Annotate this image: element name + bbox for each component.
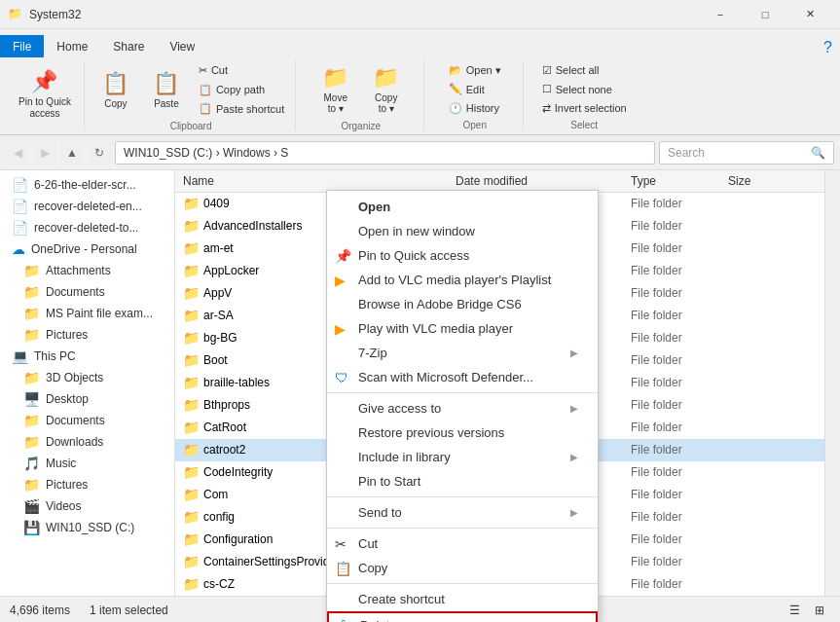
copy-to-button[interactable]: 📁 Copyto ▾ [363, 60, 410, 119]
history-button[interactable]: 🕐 History [444, 99, 506, 118]
sidebar-item-attachments[interactable]: 📁 Attachments [0, 260, 174, 281]
col-header-size[interactable]: Size [720, 174, 798, 188]
ctx-cut[interactable]: ✂ Cut [327, 531, 598, 556]
onedrive-label: OneDrive - Personal [31, 242, 137, 256]
ctx-7zip-arrow: ▶ [570, 348, 578, 358]
copy-button[interactable]: 📋 Copy [92, 60, 139, 119]
ctx-vlc-playlist[interactable]: ▶ Add to VLC media player's Playlist [327, 268, 598, 292]
ctx-separator-1 [327, 392, 598, 393]
help-icon[interactable]: ? [823, 39, 832, 56]
sidebar-item-recent-3[interactable]: 📄 recover-deleted-to... [0, 217, 174, 238]
videos-label: Videos [46, 499, 81, 513]
ctx-restore-versions[interactable]: Restore previous versions [327, 421, 598, 445]
history-label: History [466, 102, 499, 114]
folder-icon-documents: 📁 [23, 284, 40, 300]
ctx-delete-label: Delete [360, 618, 397, 622]
ctx-pin-start-label: Pin to Start [358, 474, 420, 489]
sidebar-item-drive[interactable]: 💾 WIN10_SSD (C:) [0, 517, 174, 538]
tab-view[interactable]: View [157, 35, 207, 57]
ctx-pin-start[interactable]: Pin to Start [327, 469, 598, 494]
sidebar-item-mspaint[interactable]: 📁 MS Paint file exam... [0, 303, 174, 324]
ribbon-group-clipboard: 📋 Copy 📋 Paste ✂ Cut 📋 Copy path [87, 60, 296, 130]
search-bar[interactable]: Search 🔍 [659, 141, 834, 165]
move-to-button[interactable]: 📁 Moveto ▾ [312, 60, 359, 119]
address-bar[interactable]: WIN10_SSD (C:) › Windows › S [115, 141, 655, 165]
sidebar-onedrive[interactable]: ☁ OneDrive - Personal [0, 238, 174, 260]
ctx-send-to-label: Send to [358, 505, 402, 520]
sidebar-item-documents2[interactable]: 📁 Documents [0, 410, 174, 431]
ctx-delete[interactable]: 🗑 Delete [327, 611, 598, 622]
tab-home[interactable]: Home [44, 35, 100, 57]
details-view-button[interactable]: ☰ [784, 600, 805, 621]
large-icon-view-button[interactable]: ⊞ [809, 600, 830, 621]
ctx-pin-quick-access[interactable]: 📌 Pin to Quick access [327, 243, 598, 268]
tab-share[interactable]: Share [100, 35, 157, 57]
up-button[interactable]: ▲ [60, 141, 84, 165]
sidebar-item-desktop[interactable]: 🖥️ Desktop [0, 388, 174, 410]
ctx-give-access-label: Give access to [358, 401, 441, 416]
scrollbar[interactable] [824, 170, 840, 596]
ribbon-group-pin: 📌 Pin to Quickaccess [6, 60, 85, 130]
ctx-7zip[interactable]: 7-Zip ▶ [327, 341, 598, 365]
close-button[interactable]: ✕ [787, 0, 832, 29]
document-icon-3: 📄 [12, 220, 28, 236]
sidebar-item-pictures[interactable]: 📁 Pictures [0, 324, 174, 346]
back-button[interactable]: ◀ [6, 141, 29, 165]
sidebar-item-recent-2[interactable]: 📄 recover-deleted-en... [0, 196, 174, 217]
copy-to-icon: 📁 [373, 65, 399, 91]
ctx-create-shortcut[interactable]: Create shortcut [327, 587, 598, 611]
select-group-label: Select [570, 120, 598, 130]
sidebar-item-3dobjects[interactable]: 📁 3D Objects [0, 367, 174, 388]
ctx-vlc-play[interactable]: ▶ Play with VLC media player [327, 316, 598, 341]
ctx-defender[interactable]: 🛡 Scan with Microsoft Defender... [327, 365, 598, 389]
cut-button[interactable]: ✂ Cut [194, 61, 289, 80]
forward-button[interactable]: ▶ [33, 141, 56, 165]
sidebar-item-videos[interactable]: 🎬 Videos [0, 495, 174, 517]
invert-selection-button[interactable]: ⇄ Invert selection [537, 99, 632, 118]
ctx-copy[interactable]: 📋 Copy [327, 556, 598, 580]
col-header-date[interactable]: Date modified [448, 174, 623, 188]
paste-button[interactable]: 📋 Paste [143, 60, 190, 119]
sidebar-item-recent-1[interactable]: 📄 6-26-the-elder-scr... [0, 174, 174, 196]
mspaint-label: MS Paint file exam... [46, 307, 153, 320]
open-button[interactable]: 📂 Open ▾ [444, 61, 506, 80]
pin-quick-access-button[interactable]: 📌 Pin to Quickaccess [12, 65, 78, 124]
vlc-icon: ▶ [335, 273, 346, 288]
folder-icon: 📁 [8, 7, 23, 22]
documents2-label: Documents [46, 414, 105, 427]
ctx-open[interactable]: Open [327, 195, 598, 219]
ctx-open-new-window-label: Open in new window [358, 224, 475, 238]
ctx-copy-label: Copy [358, 561, 387, 575]
ctx-separator-3 [327, 528, 598, 529]
ctx-include-library[interactable]: Include in library ▶ [327, 445, 598, 469]
recent-item-3: recover-deleted-to... [34, 221, 138, 235]
documents-label: Documents [46, 285, 105, 299]
ctx-separator-4 [327, 583, 598, 584]
document-icon: 📄 [12, 177, 28, 193]
tab-file[interactable]: File [0, 35, 44, 57]
ctx-send-to[interactable]: Send to ▶ [327, 500, 598, 525]
sidebar-thispc[interactable]: 💻 This PC [0, 346, 174, 367]
cloud-icon: ☁ [12, 241, 25, 257]
ctx-give-access[interactable]: Give access to ▶ [327, 396, 598, 421]
folder-icon-3d: 📁 [23, 370, 40, 385]
sidebar-item-documents[interactable]: 📁 Documents [0, 281, 174, 303]
col-header-name[interactable]: Name [175, 174, 448, 188]
move-label: Moveto ▾ [324, 92, 347, 114]
minimize-button[interactable]: − [698, 0, 743, 29]
select-all-button[interactable]: ☑ Select all [537, 61, 632, 80]
ctx-adobe-bridge[interactable]: Browse in Adobe Bridge CS6 [327, 292, 598, 316]
copy-icon: 📋 [102, 71, 128, 96]
refresh-button[interactable]: ↻ [88, 141, 111, 165]
col-header-type[interactable]: Type [623, 174, 720, 188]
paste-shortcut-button[interactable]: 📋 Paste shortcut [194, 99, 289, 118]
copy-path-button[interactable]: 📋 Copy path [194, 81, 289, 99]
select-none-button[interactable]: ☐ Select none [537, 80, 632, 98]
edit-button[interactable]: ✏️ Edit [444, 80, 506, 98]
maximize-button[interactable]: □ [743, 0, 787, 29]
sidebar-item-downloads[interactable]: 📁 Downloads [0, 431, 174, 453]
cut-ctx-icon: ✂ [335, 536, 347, 552]
ctx-open-new-window[interactable]: Open in new window [327, 219, 598, 243]
sidebar-item-music[interactable]: 🎵 Music [0, 453, 174, 474]
sidebar-item-pictures2[interactable]: 📁 Pictures [0, 474, 174, 495]
